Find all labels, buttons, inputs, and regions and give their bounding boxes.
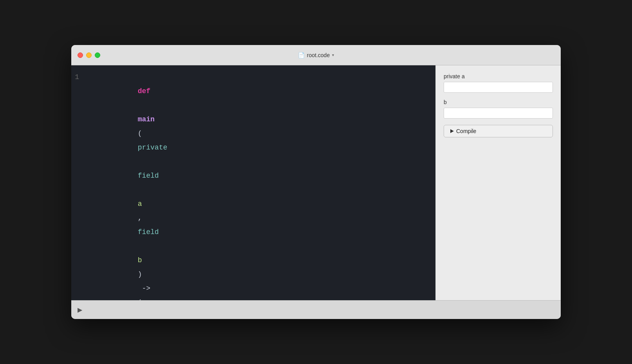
- code-line-1: 1 def main ( private field a , field: [71, 70, 435, 300]
- field-b-label: b: [444, 99, 553, 105]
- compile-button-label: Compile: [456, 128, 476, 134]
- minimize-button[interactable]: [86, 52, 92, 58]
- window-title: root.code: [307, 52, 330, 58]
- bottom-play-button[interactable]: ▶: [78, 306, 82, 314]
- title-area: 📄 root.code ▾: [298, 52, 334, 58]
- bottom-bar: ▶: [71, 300, 561, 319]
- field-a-label: private a: [444, 73, 553, 79]
- line-code-1: def main ( private field a , field b: [87, 70, 167, 300]
- dropdown-arrow-icon[interactable]: ▾: [332, 53, 334, 57]
- field-a-group: private a: [444, 73, 553, 93]
- titlebar: 📄 root.code ▾: [71, 45, 561, 65]
- field-a-input[interactable]: [444, 82, 553, 93]
- field-b-group: b: [444, 99, 553, 119]
- maximize-button[interactable]: [95, 52, 100, 58]
- compile-button[interactable]: Compile: [444, 125, 553, 137]
- close-button[interactable]: [78, 52, 83, 58]
- field-b-input[interactable]: [444, 108, 553, 119]
- file-icon: 📄: [298, 52, 305, 58]
- line-number-1: 1: [71, 70, 87, 84]
- editor-area[interactable]: 1 def main ( private field a , field: [71, 65, 435, 300]
- sidebar: private a b Compile: [435, 65, 561, 300]
- compile-play-icon: [450, 129, 454, 133]
- traffic-lights: [78, 52, 100, 58]
- code-editor[interactable]: 1 def main ( private field a , field: [71, 65, 435, 300]
- app-window: 📄 root.code ▾ 1 def main ( private: [71, 45, 561, 319]
- main-content: 1 def main ( private field a , field: [71, 65, 561, 300]
